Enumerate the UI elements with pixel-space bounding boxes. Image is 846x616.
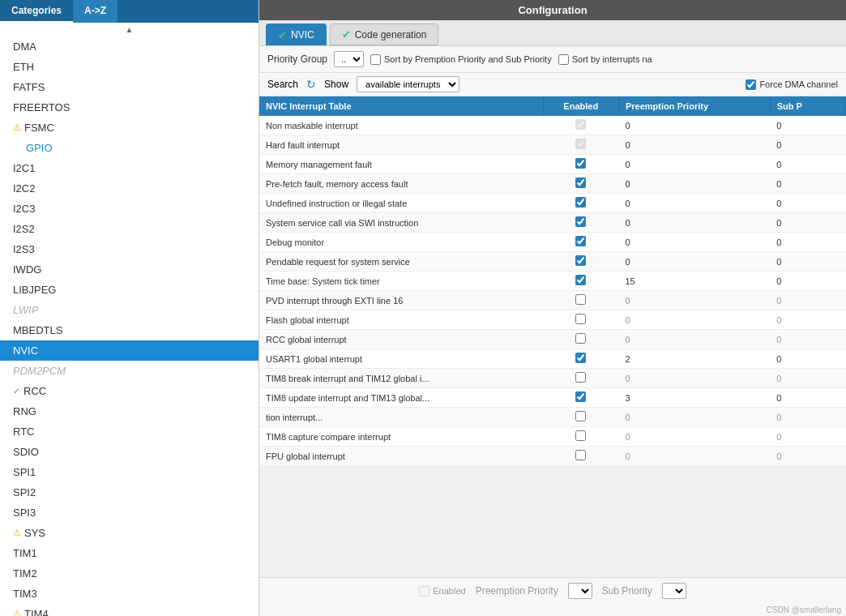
sidebar-item[interactable]: LIBJPEG	[0, 280, 258, 300]
sidebar-item[interactable]: I2C3	[0, 199, 258, 219]
interrupt-name: USART1 global interrupt	[259, 349, 543, 369]
sidebar-item[interactable]: ⚠FSMC	[0, 118, 258, 138]
sidebar-item[interactable]: IWDG	[0, 259, 258, 280]
sub-priority: 0	[770, 194, 845, 213]
sidebar-item-label: SPI2	[13, 486, 36, 498]
preemption-priority: 0	[618, 233, 770, 252]
interrupt-name: Time base: System tick timer	[259, 272, 543, 291]
sidebar-item[interactable]: RNG	[0, 401, 258, 421]
force-dma-label: Force DMA channel	[746, 79, 838, 90]
preemption-priority: 0	[618, 330, 770, 349]
enabled-checkbox[interactable]	[575, 255, 586, 266]
sidebar-item[interactable]: FREERTOS	[0, 97, 258, 118]
tab-code-generation[interactable]: ✔ Code generation	[330, 24, 439, 45]
enabled-checkbox[interactable]	[575, 178, 586, 188]
sub-priority: 0	[770, 427, 845, 447]
enabled-checkbox[interactable]	[575, 411, 586, 421]
sidebar-item[interactable]: SPI2	[0, 482, 258, 503]
sub-priority: 0	[770, 155, 845, 174]
enabled-checkbox[interactable]	[575, 372, 586, 383]
sidebar-item[interactable]: SDIO	[0, 442, 258, 462]
sidebar-item[interactable]: PDM2PCM	[0, 361, 258, 381]
enabled-checkbox[interactable]	[575, 119, 586, 130]
sidebar-item[interactable]: I2C2	[0, 178, 258, 199]
sidebar-item[interactable]: ✓RCC	[0, 381, 258, 401]
enabled-checkbox[interactable]	[575, 430, 586, 441]
interrupt-name: Flash global interrupt	[259, 310, 543, 330]
sidebar-item[interactable]: SPI1	[0, 462, 258, 482]
sidebar-item[interactable]: RTC	[0, 421, 258, 442]
sidebar-item[interactable]: I2C1	[0, 158, 258, 178]
sidebar-item-label: FATFS	[13, 81, 45, 93]
sidebar-item[interactable]: NVIC	[0, 340, 258, 361]
sidebar-item[interactable]: ⚠TIM4	[0, 604, 258, 616]
enabled-cell	[543, 116, 618, 135]
force-dma-checkbox[interactable]	[746, 79, 756, 90]
interrupt-name: FPU global interrupt	[259, 447, 543, 466]
sidebar-item[interactable]: I2S3	[0, 239, 258, 259]
interrupt-name: Pre-fetch fault, memory access fault	[259, 174, 543, 194]
enabled-checkbox[interactable]	[575, 275, 586, 285]
interrupt-name: TIM8 update interrupt and TIM13 global..…	[259, 388, 543, 408]
enabled-checkbox[interactable]	[575, 216, 586, 227]
enabled-checkbox[interactable]	[575, 197, 586, 207]
priority-group-select[interactable]: ..	[334, 51, 364, 67]
sidebar-item[interactable]: ⚠SYS	[0, 523, 258, 543]
footer-sub-label: Sub Priority	[602, 585, 652, 597]
footer-enabled-checkbox[interactable]	[419, 586, 429, 597]
sidebar-item[interactable]: MBEDTLS	[0, 320, 258, 340]
footer-row: Enabled Preemption Priority Sub Priority	[259, 577, 846, 604]
sidebar-item[interactable]: I2S2	[0, 219, 258, 239]
sidebar-item-label: I2C1	[13, 162, 35, 174]
sidebar-item-label: LWIP	[13, 304, 38, 316]
enabled-checkbox[interactable]	[575, 294, 586, 305]
interrupt-name: Debug monitor	[259, 233, 543, 252]
warning-icon: ⚠	[13, 609, 21, 616]
sidebar-item-label: SPI1	[13, 466, 36, 478]
sub-priority: 0	[770, 174, 845, 194]
table-row: Hard fault interrupt00	[259, 135, 846, 155]
scroll-up-button[interactable]: ▲	[0, 23, 258, 36]
preemption-priority: 0	[618, 427, 770, 447]
sidebar-item[interactable]: TIM2	[0, 563, 258, 584]
sidebar-item[interactable]: DMA	[0, 36, 258, 57]
sub-priority: 0	[770, 252, 845, 272]
table-row: Flash global interrupt00	[259, 310, 846, 330]
enabled-cell	[543, 252, 618, 272]
sidebar-item[interactable]: TIM1	[0, 543, 258, 563]
tab-az[interactable]: A->Z	[73, 0, 118, 23]
sidebar-item-label: IWDG	[13, 263, 41, 276]
enabled-checkbox[interactable]	[575, 158, 586, 169]
sidebar-item[interactable]: FATFS	[0, 77, 258, 97]
footer-sub-select[interactable]	[662, 583, 686, 599]
enabled-checkbox[interactable]	[575, 333, 586, 344]
sidebar-item[interactable]: TIM3	[0, 584, 258, 604]
config-tabs: ✔ NVIC ✔ Code generation	[259, 20, 846, 46]
sort-interrupts-label: Sort by interrupts na	[558, 54, 652, 65]
footer-preemption-select[interactable]	[568, 583, 592, 599]
sidebar-item[interactable]: SPI3	[0, 503, 258, 523]
tab-categories[interactable]: Categories	[0, 0, 73, 23]
enabled-checkbox[interactable]	[575, 450, 586, 460]
sort-premption-checkbox[interactable]	[370, 54, 381, 65]
preemption-priority: 0	[618, 116, 770, 135]
sidebar-item-label: I2C2	[13, 182, 35, 195]
show-select[interactable]: available interrupts	[357, 76, 459, 92]
refresh-icon[interactable]: ↻	[306, 78, 316, 91]
sort-interrupts-checkbox[interactable]	[558, 54, 569, 65]
tab-nvic[interactable]: ✔ NVIC	[266, 24, 327, 45]
search-row: Search ↻ Show available interrupts Force…	[259, 73, 846, 96]
priority-group-label: Priority Group	[267, 53, 327, 65]
enabled-checkbox[interactable]	[575, 314, 586, 324]
sidebar-item-label: DMA	[13, 41, 36, 53]
enabled-checkbox[interactable]	[575, 139, 586, 149]
enabled-checkbox[interactable]	[575, 391, 586, 402]
sidebar-item[interactable]: LWIP	[0, 300, 258, 320]
enabled-checkbox[interactable]	[575, 353, 586, 363]
enabled-checkbox[interactable]	[575, 236, 586, 246]
warning-icon: ⚠	[13, 122, 21, 133]
sidebar-item[interactable]: GPIO	[0, 138, 258, 158]
sidebar-item[interactable]: ETH	[0, 57, 258, 77]
sidebar-item-label: RCC	[24, 385, 46, 397]
interrupt-table-wrapper: NVIC Interrupt Table Enabled Preemption …	[259, 96, 846, 577]
